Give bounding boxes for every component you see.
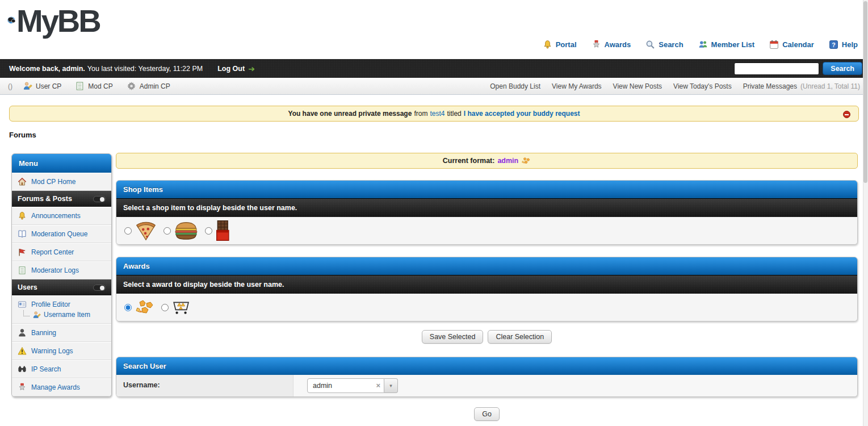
awards-panel-title: Awards — [116, 257, 857, 275]
nav-label: Calendar — [782, 40, 814, 49]
scrollbar-thumb[interactable] — [863, 1, 867, 183]
nav-awards[interactable]: Awards — [592, 40, 631, 49]
sidebar-item-report-center[interactable]: Report Center — [12, 243, 111, 261]
pm-from-user-link[interactable]: test4 — [430, 110, 445, 118]
username-dropdown-button[interactable]: ▾ — [384, 378, 398, 393]
go-button[interactable]: Go — [474, 407, 500, 421]
award-item-option-nuggets[interactable] — [124, 299, 154, 316]
nav-help[interactable]: ?Help — [829, 40, 858, 49]
shop-item-radio-pizza[interactable] — [124, 227, 132, 235]
toolbar-link-label: Mod CP — [88, 82, 112, 90]
sidebar-link-ip-search[interactable]: IP Search — [31, 365, 61, 373]
toolbar-right-links: Open Buddy ListView My AwardsView New Po… — [490, 82, 860, 90]
toolbar-user-cp[interactable]: User CP — [23, 81, 61, 91]
award-item-radio-nuggets[interactable] — [124, 304, 132, 311]
award-options-row — [116, 294, 857, 321]
sidebar-link-warning-logs[interactable]: Warning Logs — [31, 347, 73, 355]
action-buttons: Save Selected Clear Selection — [116, 330, 858, 344]
toolbar-view-my-awards[interactable]: View My Awards — [552, 82, 602, 90]
mybb-logo[interactable]: MyBB — [7, 2, 100, 39]
svg-text:?: ? — [832, 41, 835, 48]
welcome-bar: Welcome back, admin. You last visited: Y… — [0, 59, 868, 78]
sidebar-link-banning[interactable]: Banning — [31, 329, 56, 337]
sidebar-item-ip-search[interactable]: IP Search — [12, 360, 111, 378]
scrollbar[interactable] — [863, 0, 868, 426]
bell-icon — [543, 40, 552, 49]
search-user-row: Username: × ▾ — [116, 375, 857, 396]
nav-member-list[interactable]: Member List — [698, 40, 755, 49]
shop-item-radio-chocolate[interactable] — [205, 227, 212, 235]
save-selected-button[interactable]: Save Selected — [422, 330, 484, 344]
burger-icon — [174, 220, 198, 241]
sidebar-link-manage-awards[interactable]: Manage Awards — [31, 383, 80, 391]
clear-selection-button[interactable]: Clear Selection — [488, 330, 552, 344]
toolbar-mod-cp[interactable]: Mod CP — [75, 81, 112, 91]
sidebar-item-warning-logs[interactable]: Warning Logs — [12, 342, 111, 360]
cart-icon — [172, 299, 190, 316]
nuggets-icon — [521, 157, 531, 165]
header-search-input[interactable] — [734, 62, 819, 75]
clear-username-icon[interactable]: × — [376, 381, 380, 390]
top-nav: PortalAwardsSearchMember ListCalendar?He… — [543, 40, 858, 49]
nav-portal[interactable]: Portal — [543, 40, 577, 49]
logout-arrow-icon: ➔ — [248, 64, 255, 73]
header-search-button[interactable]: Search — [823, 62, 862, 75]
shop-item-option-chocolate[interactable] — [205, 220, 230, 241]
toolbar-link-label: Admin CP — [140, 82, 170, 90]
toolbar-link-label: User CP — [36, 82, 61, 90]
site-header: MyBB PortalAwardsSearchMember ListCalend… — [0, 0, 868, 59]
sidebar-item-profile-editor[interactable]: Profile EditorUsername Item — [12, 295, 111, 324]
shop-item-radio-burger[interactable] — [163, 227, 171, 235]
awards-panel: Awards Select a award to display beside … — [116, 257, 858, 321]
shop-item-option-burger[interactable] — [163, 220, 198, 241]
calendar-icon — [769, 40, 779, 49]
shop-item-option-pizza[interactable] — [124, 220, 157, 241]
sidebar-link-username-item[interactable]: Username Item — [44, 311, 90, 319]
go-row: Go — [116, 407, 858, 421]
current-format-value[interactable]: admin — [497, 157, 518, 165]
nav-label: Member List — [711, 40, 755, 49]
sidebar-link-mod-cp-home[interactable]: Mod CP Home — [31, 178, 76, 186]
sidebar-item-banning[interactable]: Banning — [12, 324, 111, 342]
tree-branch-icon — [23, 310, 30, 316]
nav-label: Help — [842, 40, 858, 49]
sidebar-link-profile-editor[interactable]: Profile Editor — [31, 300, 70, 308]
sidebar-item-moderation-queue[interactable]: Moderation Queue — [12, 225, 111, 243]
logout-link[interactable]: Log Out — [217, 65, 245, 73]
nav-calendar[interactable]: Calendar — [769, 40, 814, 49]
toolbar-paren: () — [8, 82, 12, 90]
toolbar-view-new-posts[interactable]: View New Posts — [613, 82, 662, 90]
award-item-radio-cart[interactable] — [161, 304, 169, 311]
toolbar-private-messages[interactable]: Private Messages — [743, 82, 797, 90]
pm-message-link[interactable]: I have accepted your buddy request — [464, 110, 580, 118]
magnifier-icon — [645, 40, 655, 49]
sidebar-item-mod-cp-home[interactable]: Mod CP Home — [12, 173, 111, 191]
sidebar-subitem-username-item[interactable]: Username Item — [18, 310, 106, 319]
toolbar-admin-cp[interactable]: Admin CP — [127, 81, 170, 91]
sidebar-link-report-center[interactable]: Report Center — [31, 248, 74, 256]
sidebar-item-manage-awards[interactable]: Manage Awards — [12, 378, 111, 396]
nav-search[interactable]: Search — [645, 40, 683, 49]
collapse-toggle-icon[interactable] — [93, 196, 106, 202]
book-icon — [18, 229, 27, 239]
pizza-icon — [135, 220, 157, 241]
shop-options-row — [116, 217, 857, 244]
award-item-option-cart[interactable] — [161, 299, 190, 316]
sidebar-item-announcements[interactable]: Announcements — [12, 207, 111, 225]
username-input[interactable] — [307, 378, 384, 393]
sidebar-link-announcements[interactable]: Announcements — [31, 212, 81, 220]
page: MyBB PortalAwardsSearchMember ListCalend… — [0, 0, 868, 426]
welcome-greeting: Welcome back, admin. — [9, 65, 85, 73]
toolbar-open-buddy-list[interactable]: Open Buddy List — [490, 82, 540, 90]
username-label: Username: — [116, 375, 293, 396]
nav-label: Search — [659, 40, 683, 49]
sidebar-link-moderation-queue[interactable]: Moderation Queue — [31, 230, 87, 238]
shop-panel-subtitle: Select a shop item to display beside the… — [116, 198, 857, 217]
dismiss-icon[interactable] — [843, 111, 850, 118]
toolbar-view-today-s-posts[interactable]: View Today's Posts — [673, 82, 732, 90]
sidebar-link-moderator-logs[interactable]: Moderator Logs — [31, 266, 79, 274]
awards-panel-subtitle: Select a award to display beside the use… — [116, 275, 857, 294]
person-icon — [18, 328, 27, 337]
sidebar-item-moderator-logs[interactable]: Moderator Logs — [12, 261, 111, 279]
collapse-toggle-icon[interactable] — [93, 285, 106, 291]
